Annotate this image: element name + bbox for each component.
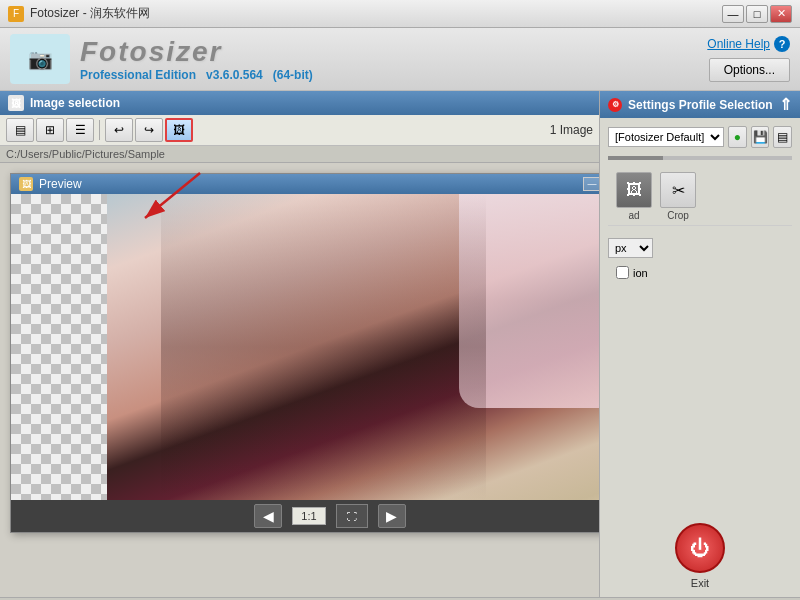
watermark-icon: 🖼 bbox=[626, 181, 642, 199]
exit-button[interactable]: ⏻ bbox=[675, 523, 725, 573]
view-grid-button[interactable]: ⊞ bbox=[36, 118, 64, 142]
preview-minimize-button[interactable]: — bbox=[583, 177, 599, 191]
crop-icon-box: ✂ bbox=[660, 172, 696, 208]
zoom-indicator: 1:1 bbox=[292, 507, 325, 525]
refresh-profile-button[interactable]: ● bbox=[728, 126, 747, 148]
preview-prev-button[interactable]: ◀ bbox=[254, 504, 282, 528]
maximize-button[interactable]: □ bbox=[746, 5, 768, 23]
logo-area: 📷 Fotosizer Professional Edition v3.6.0.… bbox=[10, 34, 313, 84]
online-help-link[interactable]: Online Help ? bbox=[707, 36, 790, 52]
app-icon: F bbox=[8, 6, 24, 22]
tool-icons-row: 🖼 ad ✂ Crop bbox=[608, 168, 792, 226]
preview-win-controls: — □ ✕ bbox=[583, 177, 599, 191]
settings-scrollbar[interactable] bbox=[608, 156, 792, 160]
preview-next-button[interactable]: ▶ bbox=[378, 504, 406, 528]
undo-button[interactable]: ↩ bbox=[105, 118, 133, 142]
main-content: 🖼 Image selection ▤ ⊞ ☰ ↩ ↪ 🖼 1 Image C:… bbox=[0, 91, 800, 597]
view-detail-button[interactable]: ☰ bbox=[66, 118, 94, 142]
profile-options-button[interactable]: ▤ bbox=[773, 126, 792, 148]
view-list-button[interactable]: ▤ bbox=[6, 118, 34, 142]
help-icon: ? bbox=[774, 36, 790, 52]
add-image-button[interactable]: 🖼 bbox=[165, 118, 193, 142]
image-selection-header: 🖼 Image selection bbox=[0, 91, 599, 115]
image-list-area: 🖼 Preview — □ ✕ bbox=[0, 163, 599, 597]
image-count: 1 Image bbox=[550, 123, 593, 137]
watermark-icon-box: 🖼 bbox=[616, 172, 652, 208]
settings-profile-header: ⚙ Settings Profile Selection ⇑ bbox=[600, 91, 800, 118]
save-profile-button[interactable]: 💾 bbox=[751, 126, 770, 148]
settings-icon: ⚙ bbox=[608, 98, 622, 112]
crop-icon: ✂ bbox=[672, 181, 685, 200]
fit-button[interactable]: ⛶ bbox=[336, 504, 368, 528]
filepath-bar: C:/Users/Public/Pictures/Sample bbox=[0, 146, 599, 163]
exit-area: ⏻ Exit bbox=[600, 515, 800, 597]
photo-bg bbox=[107, 194, 599, 500]
minimize-button[interactable]: — bbox=[722, 5, 744, 23]
preview-title-bar: 🖼 Preview — □ ✕ bbox=[11, 174, 599, 194]
preview-window: 🖼 Preview — □ ✕ bbox=[10, 173, 599, 533]
window-title: Fotosizer - 润东软件网 bbox=[30, 5, 150, 22]
toolbar-separator bbox=[99, 120, 100, 140]
crop-tool-item[interactable]: ✂ Crop bbox=[660, 172, 696, 221]
window-controls: — □ ✕ bbox=[722, 5, 792, 23]
crop-label: Crop bbox=[667, 210, 689, 221]
settings-area: [Fotosizer Default] ● 💾 ▤ 🖼 ad bbox=[600, 118, 800, 515]
size-unit-row: px bbox=[608, 234, 792, 262]
redo-button[interactable]: ↪ bbox=[135, 118, 163, 142]
transparent-area bbox=[11, 194, 107, 500]
preview-content bbox=[11, 194, 599, 500]
exit-label: Exit bbox=[691, 577, 709, 589]
header-right: Online Help ? Options... bbox=[707, 36, 790, 82]
collapse-icon[interactable]: ⇑ bbox=[779, 95, 792, 114]
profile-select[interactable]: [Fotosizer Default] bbox=[608, 127, 724, 147]
image-toolbar: ▤ ⊞ ☰ ↩ ↪ 🖼 1 Image bbox=[0, 115, 599, 146]
app-logo-icon: 📷 bbox=[10, 34, 70, 84]
settings-scroll-thumb[interactable] bbox=[608, 156, 663, 160]
title-bar: F Fotosizer - 润东软件网 — □ ✕ bbox=[0, 0, 800, 28]
left-panel: 🖼 Image selection ▤ ⊞ ☰ ↩ ↪ 🖼 1 Image C:… bbox=[0, 91, 600, 597]
app-name: Fotosizer bbox=[80, 36, 313, 68]
preview-controls-bar: ◀ 1:1 ⛶ ▶ bbox=[11, 500, 599, 532]
watermark-label: ad bbox=[628, 210, 639, 221]
image-selection-icon: 🖼 bbox=[8, 95, 24, 111]
preview-window-icon: 🖼 bbox=[19, 177, 33, 191]
profile-row: [Fotosizer Default] ● 💾 ▤ bbox=[608, 126, 792, 148]
right-panel: ⚙ Settings Profile Selection ⇑ [Fotosize… bbox=[600, 91, 800, 597]
app-edition: Professional Edition v3.6.0.564 (64-bit) bbox=[80, 68, 313, 82]
person-area bbox=[161, 194, 486, 500]
watermark-tool-item[interactable]: 🖼 ad bbox=[616, 172, 652, 221]
options-button[interactable]: Options... bbox=[709, 58, 790, 82]
ratio-row: ion bbox=[608, 262, 792, 283]
size-unit-select[interactable]: px bbox=[608, 238, 653, 258]
keep-ratio-checkbox[interactable] bbox=[616, 266, 629, 279]
close-button[interactable]: ✕ bbox=[770, 5, 792, 23]
app-header: 📷 Fotosizer Professional Edition v3.6.0.… bbox=[0, 28, 800, 91]
photo-area bbox=[107, 194, 599, 500]
